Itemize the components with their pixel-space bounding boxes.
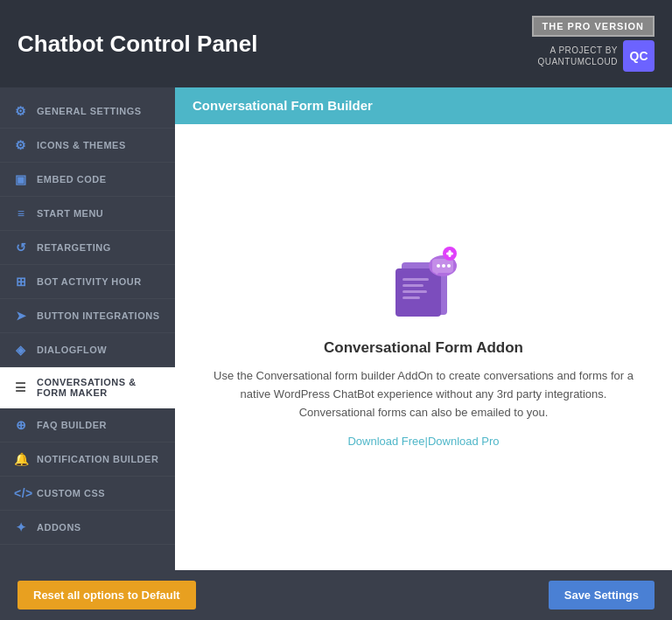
sidebar-item-label: GENERAL SETTINGS — [37, 106, 142, 116]
clock-icon: ⊞ — [14, 275, 28, 289]
main-layout: ⚙ GENERAL SETTINGS ⚙ ICONS & THEMES ▣ EM… — [0, 87, 672, 570]
sidebar-item-label: NOTIFICATION BUILDER — [37, 454, 158, 464]
sidebar-item-bot-activity-hour[interactable]: ⊞ BOT ACTIVITY HOUR — [0, 265, 175, 299]
sidebar-item-label: BUTTON INTEGRATIONS — [37, 310, 159, 321]
sidebar-item-label: ADDONS — [37, 522, 81, 533]
sidebar-item-label: EMBED CODE — [37, 174, 107, 185]
footer: Reset all options to Default Save Settin… — [0, 570, 672, 620]
page-title: Chatbot Control Panel — [18, 31, 257, 58]
sidebar-item-dialogflow[interactable]: ◈ DIALOGFLOW — [0, 333, 175, 367]
sidebar-item-faq-builder[interactable]: ⊕ FAQ BUILDER — [0, 408, 175, 442]
sidebar-item-label: BOT ACTIVITY HOUR — [37, 276, 142, 287]
reset-button[interactable]: Reset all options to Default — [18, 581, 196, 610]
sidebar-item-addons[interactable]: ✦ ADDONS — [0, 511, 175, 545]
content-body: Conversational Form Addon Use the Conver… — [175, 124, 672, 570]
addon-description: Use the Conversational form builder AddO… — [214, 367, 634, 421]
sidebar: ⚙ GENERAL SETTINGS ⚙ ICONS & THEMES ▣ EM… — [0, 87, 175, 570]
sidebar-item-embed-code[interactable]: ▣ EMBED CODE — [0, 163, 175, 197]
sidebar-item-conversations-form-maker[interactable]: ☰ CONVERSATIONS & FORM MAKER — [0, 367, 175, 408]
svg-rect-5 — [402, 278, 429, 281]
sidebar-item-custom-css[interactable]: </> CUSTOM CSS — [0, 477, 175, 511]
dialogflow-icon: ◈ — [14, 343, 28, 357]
retargeting-icon: ↺ — [14, 240, 28, 254]
gear-icon: ⚙ — [14, 104, 28, 118]
svg-rect-17 — [449, 250, 452, 257]
save-button[interactable]: Save Settings — [549, 581, 654, 610]
addon-title: Conversational Form Addon — [324, 339, 523, 357]
svg-rect-6 — [402, 284, 424, 287]
code-icon: ▣ — [14, 172, 28, 186]
content-area: Conversational Form Builder — [175, 87, 672, 570]
svg-point-12 — [442, 264, 445, 268]
sidebar-item-start-menu[interactable]: ≡ START MENU — [0, 197, 175, 231]
sidebar-item-button-integrations[interactable]: ➤ BUTTON INTEGRATIONS — [0, 299, 175, 333]
sidebar-item-general-settings[interactable]: ⚙ GENERAL SETTINGS — [0, 94, 175, 129]
sidebar-item-icons-themes[interactable]: ⚙ ICONS & THEMES — [0, 129, 175, 163]
palette-icon: ⚙ — [14, 138, 28, 152]
pro-badge: THE PRO VERSION — [532, 16, 654, 37]
addon-links: Download Free|Download Pro — [347, 435, 499, 448]
menu-icon: ≡ — [14, 206, 28, 220]
brand-row: A PROJECT BY QUANTUMCLOUD QC — [537, 40, 654, 72]
form-icon: ☰ — [14, 380, 28, 394]
sidebar-item-label: RETARGETING — [37, 242, 111, 253]
svg-point-11 — [437, 264, 440, 268]
addon-illustration — [380, 247, 467, 325]
header: Chatbot Control Panel THE PRO VERSION A … — [0, 0, 672, 87]
sidebar-item-label: START MENU — [37, 208, 103, 219]
download-free-link[interactable]: Download Free — [347, 435, 424, 448]
sidebar-item-notification-builder[interactable]: 🔔 NOTIFICATION BUILDER — [0, 442, 175, 477]
bell-icon: 🔔 — [14, 452, 28, 466]
addons-icon: ✦ — [14, 520, 28, 534]
sidebar-item-label: CUSTOM CSS — [37, 488, 105, 498]
sidebar-item-label: DIALOGFLOW — [37, 345, 107, 355]
sidebar-item-label: ICONS & THEMES — [37, 140, 126, 150]
sidebar-item-retargeting[interactable]: ↺ RETARGETING — [0, 231, 175, 265]
brand-text: A PROJECT BY QUANTUMCLOUD — [537, 45, 618, 67]
svg-point-13 — [447, 264, 451, 268]
header-badge-area: THE PRO VERSION A PROJECT BY QUANTUMCLOU… — [532, 16, 654, 72]
css-icon: </> — [14, 486, 28, 500]
download-pro-link[interactable]: Download Pro — [428, 435, 500, 448]
sidebar-item-label: FAQ BUILDER — [37, 420, 107, 430]
content-header-title: Conversational Form Builder — [192, 98, 373, 113]
svg-rect-7 — [402, 290, 427, 293]
svg-rect-8 — [402, 296, 420, 299]
sidebar-item-label: CONVERSATIONS & FORM MAKER — [37, 377, 161, 398]
quantumcloud-logo: QC — [623, 40, 654, 72]
content-header: Conversational Form Builder — [175, 87, 672, 124]
integration-icon: ➤ — [14, 309, 28, 323]
faq-icon: ⊕ — [14, 418, 28, 432]
